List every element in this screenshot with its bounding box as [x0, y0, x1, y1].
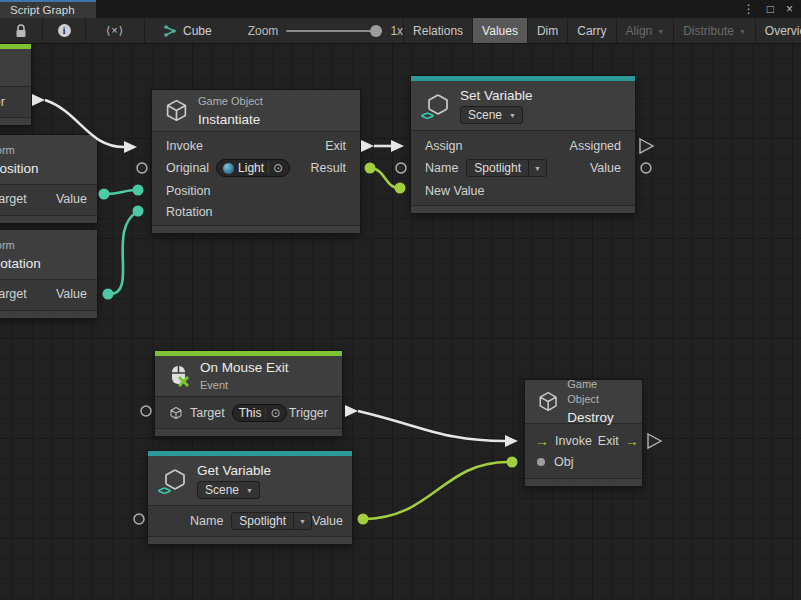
- variable-icon: <>: [423, 92, 451, 120]
- value-port-dot-icon: [537, 458, 545, 466]
- wire-mouseexit-to-destroy[interactable]: [358, 411, 505, 441]
- flow-arrow-icon: →: [535, 434, 549, 448]
- overview-label: Overview: [765, 24, 801, 38]
- node-footer: [155, 428, 342, 436]
- wire-result-to-newvalue[interactable]: [370, 168, 399, 188]
- node-instantiate[interactable]: Game Object Instantiate Invoke Exit Orig…: [152, 90, 360, 233]
- scope-value: Scene: [461, 108, 509, 122]
- info-button[interactable]: i: [43, 18, 85, 43]
- port-assign-in[interactable]: [391, 140, 404, 152]
- close-icon[interactable]: ×: [786, 3, 793, 15]
- port-row: Target This ⊙ Trigger: [155, 399, 342, 426]
- node-title: Get Rotation: [0, 255, 41, 272]
- port-label-exit: Exit: [598, 434, 619, 448]
- node-title: Get Variable: [197, 462, 271, 479]
- variable-scope-dropdown[interactable]: Scene ▼: [197, 481, 260, 499]
- port-name-in[interactable]: [134, 514, 144, 524]
- values-button[interactable]: Values: [473, 18, 527, 43]
- port-label-original: Original: [166, 161, 209, 175]
- port-position-in[interactable]: [133, 185, 144, 196]
- variable-scope-dropdown[interactable]: Scene ▼: [460, 106, 523, 124]
- port-label-value: Value: [56, 192, 87, 206]
- port-original-in[interactable]: [137, 163, 147, 173]
- object-field-this[interactable]: This ⊙: [232, 404, 288, 422]
- distribute-button: Distribute ▼: [674, 18, 755, 43]
- wire-getvariable-to-obj[interactable]: [363, 462, 508, 519]
- port-value-out[interactable]: [358, 514, 369, 525]
- chevron-down-icon: ▼: [657, 28, 664, 35]
- wire-getrotation-to-rotation[interactable]: [108, 212, 137, 294]
- port-label-target: Target: [0, 287, 27, 301]
- info-icon: i: [58, 24, 71, 37]
- object-picker-icon[interactable]: ⊙: [268, 162, 287, 174]
- node-subtitle: Event: [200, 378, 289, 393]
- port-trigger-out[interactable]: [345, 405, 358, 417]
- port-value-out[interactable]: [99, 189, 110, 200]
- carry-label: Carry: [577, 24, 606, 38]
- align-button: Align ▼: [617, 18, 674, 43]
- game-object-cube-icon: [164, 98, 189, 123]
- code-view-button[interactable]: ⟨×⟩: [86, 18, 144, 43]
- node-footer: [148, 536, 352, 544]
- tab-script-graph[interactable]: Script Graph: [0, 0, 96, 18]
- port-rotation-in[interactable]: [133, 206, 144, 217]
- variable-brackets-icon: <>: [158, 485, 170, 497]
- zoom-slider[interactable]: [286, 25, 382, 37]
- tab-bar: Script Graph ⋮ □ ×: [0, 0, 801, 18]
- maximize-icon[interactable]: □: [767, 3, 774, 15]
- node-get-rotation[interactable]: Transform Get Rotation Target Value: [0, 230, 97, 318]
- port-value-out[interactable]: [641, 163, 651, 173]
- port-value-out[interactable]: [103, 289, 114, 300]
- relations-label: Relations: [413, 24, 463, 38]
- port-trigger-out[interactable]: [32, 94, 45, 106]
- port-name-in[interactable]: [396, 163, 406, 173]
- port-assigned-out[interactable]: [640, 139, 653, 153]
- node-title: Set Variable: [460, 87, 533, 104]
- port-invoke-in[interactable]: [505, 435, 518, 447]
- game-object-cube-icon: [537, 390, 559, 413]
- window-menu-icon[interactable]: ⋮: [743, 3, 755, 15]
- wire-getposition-to-position[interactable]: [104, 190, 136, 194]
- port-exit-out[interactable]: [648, 434, 661, 448]
- graph-canvas[interactable]: Trigger Transform Get Position Target Va…: [0, 44, 801, 600]
- zoom-slider-handle[interactable]: [370, 25, 382, 37]
- overview-button[interactable]: Overview: [756, 18, 801, 43]
- variable-name-dropdown[interactable]: Spotlight ▼: [231, 512, 312, 530]
- port-label-assign: Assign: [425, 139, 463, 153]
- variable-name-dropdown[interactable]: Spotlight ▼: [466, 159, 547, 177]
- dim-label: Dim: [537, 24, 558, 38]
- relations-button[interactable]: Relations: [404, 18, 472, 43]
- port-exit-out[interactable]: [361, 140, 374, 152]
- node-get-position[interactable]: Transform Get Position Target Value: [0, 135, 97, 223]
- node-footer: [152, 225, 360, 233]
- node-destroy[interactable]: Game Object Destroy → Invoke Exit → Obj: [525, 380, 642, 486]
- port-label-result: Result: [311, 161, 346, 175]
- scope-value: Scene: [198, 483, 246, 497]
- chevron-down-icon: ▼: [509, 107, 522, 123]
- game-object-cube-icon: [169, 406, 183, 420]
- graph-breadcrumb[interactable]: Cube: [145, 18, 222, 43]
- port-row: → Invoke Exit →: [525, 430, 642, 451]
- object-picker-icon[interactable]: ⊙: [265, 407, 284, 419]
- graph-toolbar: i ⟨×⟩ Cube Zoom 1x: [0, 18, 801, 44]
- node-title: Get Position: [0, 160, 39, 177]
- node-set-variable[interactable]: <> Set Variable Scene ▼ Assign Assigned …: [411, 76, 635, 213]
- port-target-in[interactable]: [141, 406, 151, 416]
- node-partial-event[interactable]: Trigger: [0, 44, 31, 125]
- wires-layer: [0, 44, 801, 600]
- port-newvalue-in[interactable]: [395, 183, 406, 194]
- port-obj-in[interactable]: [507, 457, 518, 468]
- node-on-mouse-exit[interactable]: On Mouse Exit Event Target This ⊙ Trigge…: [155, 351, 342, 436]
- port-result-out[interactable]: [365, 163, 376, 174]
- port-invoke-in[interactable]: [124, 141, 137, 153]
- node-get-variable[interactable]: <> Get Variable Scene ▼ Name Spotlight ▼: [148, 451, 352, 544]
- carry-button[interactable]: Carry: [568, 18, 615, 43]
- variable-name-value: Spotlight: [467, 161, 528, 175]
- node-category: Transform: [0, 143, 39, 158]
- dim-button[interactable]: Dim: [528, 18, 567, 43]
- port-label-value: Value: [56, 287, 87, 301]
- lock-button[interactable]: [0, 18, 42, 43]
- port-row: Name Spotlight ▼ Value: [148, 508, 352, 534]
- object-field-light[interactable]: Light ⊙: [216, 159, 290, 177]
- port-label-value: Value: [590, 161, 621, 175]
